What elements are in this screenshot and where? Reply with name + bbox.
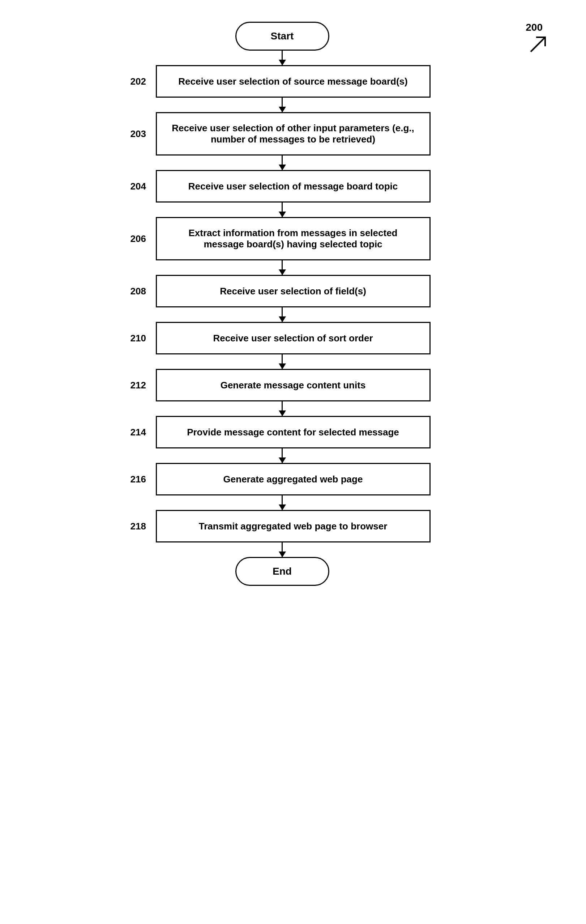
end-wrapper: End — [120, 557, 445, 586]
step-box-208: Receive user selection of field(s) — [156, 275, 431, 307]
step-box-210: Receive user selection of sort order — [156, 322, 431, 355]
start-label: Start — [271, 30, 294, 42]
arrow-0 — [281, 51, 283, 65]
arrow-2 — [281, 155, 283, 170]
step-wrapper-214: 214 Provide message content for selected… — [130, 416, 456, 449]
figure-number: 200 — [526, 22, 543, 33]
step-wrapper-216: 216 Generate aggregated web page — [130, 463, 456, 495]
arrow-3 — [281, 203, 283, 217]
step-label-208: 208 — [130, 286, 146, 297]
arrow-6 — [281, 355, 283, 369]
step-wrapper-208: 208 Receive user selection of field(s) — [130, 275, 456, 307]
step-text-216: Generate aggregated web page — [224, 474, 363, 485]
arrow-1 — [281, 97, 283, 112]
step-label-212: 212 — [130, 380, 146, 391]
step-label-210: 210 — [130, 333, 146, 344]
step-wrapper-212: 212 Generate message content units — [130, 369, 456, 401]
diagram-container: 200 Start 202 Receive user selection of … — [0, 0, 586, 924]
step-box-204: Receive user selection of message board … — [156, 170, 431, 203]
step-wrapper-210: 210 Receive user selection of sort order — [130, 322, 456, 355]
step-box-212: Generate message content units — [156, 369, 431, 401]
arrow-4 — [281, 261, 283, 275]
step-wrapper-203: 203 Receive user selection of other inpu… — [130, 112, 456, 155]
arrow-8 — [281, 449, 283, 463]
step-box-216: Generate aggregated web page — [156, 463, 431, 495]
step-box-214: Provide message content for selected mes… — [156, 416, 431, 449]
arrow-5 — [281, 307, 283, 322]
arrow-10 — [281, 543, 283, 557]
step-wrapper-218: 218 Transmit aggregated web page to brow… — [130, 510, 456, 543]
step-box-218: Transmit aggregated web page to browser — [156, 510, 431, 543]
step-text-204: Receive user selection of message board … — [188, 181, 398, 192]
start-wrapper: Start — [120, 22, 445, 51]
step-label-218: 218 — [130, 521, 146, 532]
step-text-214: Provide message content for selected mes… — [187, 427, 399, 438]
end-oval: End — [235, 557, 329, 586]
step-label-216: 216 — [130, 474, 146, 485]
step-wrapper-204: 204 Receive user selection of message bo… — [130, 170, 456, 203]
step-label-214: 214 — [130, 427, 146, 438]
step-label-204: 204 — [130, 181, 146, 192]
step-text-206: Extract information from messages in sel… — [168, 228, 419, 250]
arrow-7 — [281, 401, 283, 416]
step-text-218: Transmit aggregated web page to browser — [199, 521, 387, 532]
svg-line-0 — [531, 37, 545, 52]
arrow-9 — [281, 495, 283, 510]
step-text-212: Generate message content units — [221, 380, 366, 391]
start-oval: Start — [235, 22, 329, 51]
step-text-203: Receive user selection of other input pa… — [168, 122, 419, 145]
end-label: End — [273, 566, 292, 577]
step-text-202: Receive user selection of source message… — [178, 76, 407, 87]
step-box-202: Receive user selection of source message… — [156, 65, 431, 97]
step-text-210: Receive user selection of sort order — [213, 333, 373, 344]
figure-arrow-icon — [529, 35, 547, 56]
step-wrapper-206: 206 Extract information from messages in… — [130, 217, 456, 261]
step-label-203: 203 — [130, 129, 146, 140]
step-text-208: Receive user selection of field(s) — [220, 286, 366, 297]
step-label-206: 206 — [130, 233, 146, 244]
step-label-202: 202 — [130, 76, 146, 87]
step-wrapper-202: 202 Receive user selection of source mes… — [130, 65, 456, 97]
step-box-206: Extract information from messages in sel… — [156, 217, 431, 261]
step-box-203: Receive user selection of other input pa… — [156, 112, 431, 155]
